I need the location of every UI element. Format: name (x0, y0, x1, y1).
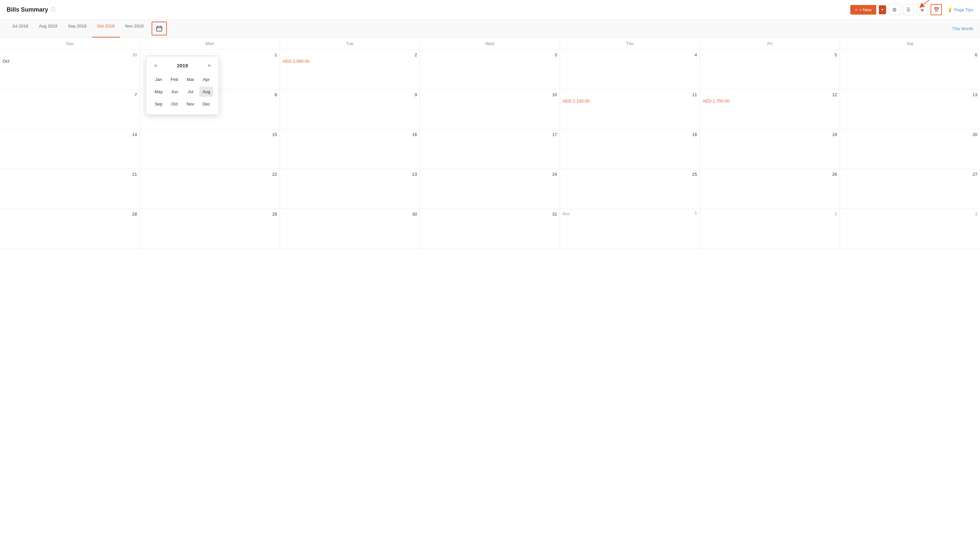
calendar-cell-oct11[interactable]: 11 AED 2,100.00 (560, 89, 700, 129)
calendar-cell-oct30[interactable]: 30 (280, 209, 420, 249)
tab-jul2018[interactable]: Jul 2018 (6, 19, 33, 38)
picker-month-nov[interactable]: Nov (183, 99, 197, 109)
calendar-container: Sun Mon Tue Wed Thu Fri Sat 30 Oct 1 2 A… (0, 38, 980, 288)
cell-date: 17 (423, 132, 557, 137)
picker-month-dec[interactable]: Dec (199, 99, 213, 109)
picker-months-grid: Jan Feb Mar Apr May Jun Jul Aug Sep Oct … (152, 74, 213, 109)
calendar-cell-oct3[interactable]: 3 (420, 50, 560, 89)
calendar-cell-oct4[interactable]: 4 (560, 50, 700, 89)
calendar-cell-oct19[interactable]: 19 (700, 129, 840, 169)
calendar-cell-nov1[interactable]: Nov 1 (560, 209, 700, 249)
calendar-cell-oct9[interactable]: 9 (280, 89, 420, 129)
tab-sep2018[interactable]: Sep 2018 (63, 19, 92, 38)
day-header-mon: Mon (140, 38, 280, 49)
calendar-cell-oct2[interactable]: 2 AED 3,900.00 (280, 50, 420, 89)
cell-date: 15 (143, 132, 277, 137)
header-left: Bills Summary ⓘ (6, 6, 56, 13)
calendar-cell-oct14[interactable]: 14 (0, 129, 140, 169)
calendar-cell-sep30[interactable]: 30 Oct (0, 50, 140, 89)
table-icon: ≣ (920, 7, 924, 12)
picker-month-aug[interactable]: Aug (199, 87, 213, 97)
calendar-day-headers: Sun Mon Tue Wed Thu Fri Sat (0, 38, 980, 50)
calendar-cell-oct31[interactable]: 31 (420, 209, 560, 249)
calendar-cell-oct22[interactable]: 22 (140, 169, 280, 209)
day-header-sat: Sat (840, 38, 980, 49)
calendar-cell-oct5[interactable]: 5 (700, 50, 840, 89)
calendar-cell-oct18[interactable]: 18 (560, 129, 700, 169)
calendar-cell-oct28[interactable]: 28 (0, 209, 140, 249)
month-picker-popup: « 2019 » Jan Feb Mar Apr May Jun Jul Aug… (146, 56, 219, 115)
month-tabs-list: Jul 2018 Aug 2018 Sep 2018 Oct 2018 Nov … (6, 19, 167, 38)
picker-year-label: 2019 (177, 63, 188, 68)
calendar-cell-oct15[interactable]: 15 (140, 129, 280, 169)
calendar-cell-oct6[interactable]: 6 (840, 50, 980, 89)
calendar-cell-oct10[interactable]: 10 (420, 89, 560, 129)
day-header-wed: Wed (420, 38, 560, 49)
calendar-picker-button[interactable] (152, 22, 167, 35)
calendar-cell-oct16[interactable]: 16 (280, 129, 420, 169)
page-tips-button[interactable]: 💡 Page Tips (947, 7, 974, 12)
help-icon[interactable]: ⓘ (51, 6, 56, 13)
calendar-cell-oct17[interactable]: 17 (420, 129, 560, 169)
list-view-button[interactable]: ☰ (903, 4, 914, 15)
picker-month-jul[interactable]: Jul (183, 87, 197, 97)
calendar-cell-nov3[interactable]: 3 (840, 209, 980, 249)
picker-month-oct[interactable]: Oct (167, 99, 181, 109)
calendar-picker-icon (156, 25, 162, 32)
calendar-cell-oct24[interactable]: 24 (420, 169, 560, 209)
calendar-cell-nov2[interactable]: 2 (700, 209, 840, 249)
cell-date: 3 (843, 212, 977, 216)
new-button-dropdown[interactable]: ▾ (879, 5, 886, 14)
calendar-cell-oct25[interactable]: 25 (560, 169, 700, 209)
picker-month-mar[interactable]: Mar (183, 74, 197, 84)
cell-date: 29 (143, 212, 277, 216)
picker-month-sep[interactable]: Sep (152, 99, 165, 109)
picker-month-apr[interactable]: Apr (199, 74, 213, 84)
calendar-cell-oct27[interactable]: 27 (840, 169, 980, 209)
calendar-icon: 📅 (934, 7, 939, 12)
cell-date: 20 (843, 132, 977, 137)
cell-date: 16 (283, 132, 417, 137)
picker-prev-year[interactable]: « (152, 62, 160, 69)
tab-aug2018[interactable]: Aug 2018 (33, 19, 63, 38)
calendar-cell-oct13[interactable]: 13 (840, 89, 980, 129)
svg-rect-0 (157, 27, 162, 31)
cell-date: 30 (283, 212, 417, 216)
calendar-cell-oct7[interactable]: 7 (0, 89, 140, 129)
calendar-cell-oct26[interactable]: 26 (700, 169, 840, 209)
day-header-thu: Thu (560, 38, 700, 49)
cell-amount: AED 2,100.00 (563, 99, 697, 103)
tab-nov2018[interactable]: Nov 2018 (120, 19, 149, 38)
picker-month-may[interactable]: May (152, 87, 165, 97)
tab-oct2018[interactable]: Oct 2018 (92, 19, 120, 38)
cell-date: 10 (423, 92, 557, 97)
calendar-cell-oct20[interactable]: 20 (840, 129, 980, 169)
day-header-sun: Sun (0, 38, 140, 49)
cell-amount: AED 1,750.00 (703, 99, 837, 103)
new-button[interactable]: + + New (850, 5, 876, 14)
calendar-cell-oct23[interactable]: 23 (280, 169, 420, 209)
calendar-view-button[interactable]: 📅 (931, 4, 942, 15)
cell-date: 9 (283, 92, 417, 97)
cell-date: 2 (283, 53, 417, 57)
calendar-cell-oct12[interactable]: 12 AED 1,750.00 (700, 89, 840, 129)
cell-date: 12 (703, 92, 837, 97)
calendar-cell-oct29[interactable]: 29 (140, 209, 280, 249)
picker-month-feb[interactable]: Feb (167, 74, 181, 84)
cell-date: 19 (703, 132, 837, 137)
header-right: + + New ▾ ⚙ ☰ ≣ 📅 💡 (850, 4, 974, 15)
cell-amount: AED 3,900.00 (283, 59, 417, 64)
cell-date: 28 (3, 212, 137, 216)
calendar-cell-oct21[interactable]: 21 (0, 169, 140, 209)
table-view-button[interactable]: ≣ (916, 4, 928, 15)
picker-month-jan[interactable]: Jan (152, 74, 165, 84)
picker-month-jun[interactable]: Jun (167, 87, 181, 97)
page-title: Bills Summary (6, 6, 48, 13)
picker-next-year[interactable]: » (205, 62, 213, 69)
cell-date: 26 (703, 172, 837, 177)
cell-date: 25 (563, 172, 697, 177)
cell-date: 6 (843, 53, 977, 57)
this-month-button[interactable]: This Month (952, 22, 974, 35)
settings-button[interactable]: ⚙ (889, 4, 900, 15)
cell-date: 30 (3, 53, 137, 57)
